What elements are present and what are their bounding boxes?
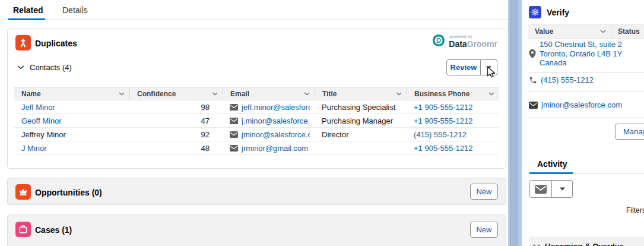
filters-link[interactable]: Filters — [626, 206, 644, 215]
cases-title: Cases (1) — [35, 225, 72, 235]
envelope-icon — [230, 104, 238, 111]
column-header-confidence[interactable]: Confidence — [129, 88, 223, 100]
new-case-button[interactable]: New — [470, 222, 498, 238]
table-row: Geoff Minor 47 j.minor@salesforce.com Pu… — [14, 114, 499, 128]
column-header-value[interactable]: Value — [528, 24, 611, 38]
contact-email-link[interactable]: jminor@salesforce.com — [242, 130, 310, 139]
contact-phone-link[interactable]: +1 905-555-1212 — [414, 144, 472, 153]
confidence-value: 98 — [129, 100, 223, 113]
column-header-name[interactable]: Name — [14, 88, 129, 100]
map-pin-icon — [529, 49, 536, 61]
confidence-value: 92 — [129, 128, 223, 141]
contact-name-text: Jeffrey Minor — [21, 130, 66, 139]
verify-phone-link[interactable]: (415) 555-1212 — [541, 75, 594, 84]
active-tab-underline — [529, 172, 573, 174]
svg-text:D: D — [436, 37, 441, 44]
column-divider — [510, 0, 518, 246]
caret-down-icon — [486, 66, 491, 70]
duplicates-title: Duplicates — [35, 39, 77, 48]
cases-card: Cases (1) New — [7, 215, 506, 246]
contact-title: Purchasing Manager — [315, 114, 407, 127]
duplicates-icon — [15, 35, 31, 51]
contact-email-link[interactable]: jeff.minor@salesforce.c... — [242, 103, 310, 112]
contact-title — [315, 141, 407, 154]
contact-phone-link[interactable]: +1 905-555-1212 — [414, 116, 472, 125]
verify-email-link[interactable]: jminor@salesforce.com — [541, 100, 622, 109]
contact-title: Purchasing Specialist — [315, 100, 407, 113]
envelope-icon — [529, 102, 538, 109]
phone-row: (415) 555-1212 — [529, 75, 594, 84]
contact-title: Director — [315, 128, 407, 141]
table-row: Jeff Minor 98 jeff.minor@salesforce.c...… — [14, 100, 499, 114]
contacts-section-label: Contacts (4) — [30, 63, 72, 72]
email-action-group — [529, 180, 573, 198]
email-action-dropdown[interactable] — [552, 180, 573, 198]
opportunities-icon — [15, 184, 31, 200]
review-button-group: Review — [446, 59, 497, 75]
address-line[interactable]: Toronto, Ontario L4B 1Y — [540, 49, 644, 59]
chevron-down-icon — [488, 92, 494, 96]
upcoming-overdue-toggle[interactable]: Upcoming & Overdue — [529, 236, 644, 246]
contact-name-link[interactable]: J Minor — [21, 144, 47, 153]
chevron-down-icon — [304, 92, 310, 96]
contact-phone-link[interactable]: (415) 555-1212 — [414, 130, 467, 139]
table-header-row: Name Confidence Email Title Business Pho… — [14, 87, 499, 100]
chevron-down-icon — [600, 30, 606, 33]
chevron-down-icon — [212, 92, 218, 96]
divider — [528, 72, 644, 72]
confidence-value: 48 — [129, 141, 223, 154]
table-row: J Minor 48 jrminor@gmail.com +1 905-555-… — [14, 141, 499, 155]
active-tab-underline — [8, 18, 45, 20]
table-row: Jeffrey Minor 92 jminor@salesforce.com D… — [14, 128, 499, 141]
contact-email-link[interactable]: j.minor@salesforce.com — [242, 116, 310, 125]
manage-button[interactable]: Manage — [615, 124, 644, 140]
column-header-business-phone[interactable]: Business Phone — [407, 88, 499, 100]
column-header-email[interactable]: Email — [223, 88, 315, 100]
duplicates-table: Name Confidence Email Title Business Pho… — [14, 87, 499, 155]
record-tabs: Related Details — [0, 0, 508, 20]
duplicates-card: Duplicates D powered by DataGroomr Conta… — [7, 28, 506, 169]
column-header-status[interactable]: Status — [611, 24, 644, 38]
powered-by-label: powered by — [449, 34, 497, 39]
envelope-icon — [230, 131, 238, 138]
chevron-down-icon — [533, 244, 540, 246]
tab-related[interactable]: Related — [13, 5, 43, 15]
column-gap — [508, 0, 522, 246]
contacts-section-toggle[interactable]: Contacts (4) — [17, 63, 72, 72]
record-page: Related Details Duplicates D powered by … — [0, 0, 644, 246]
envelope-icon — [230, 145, 238, 152]
divider — [528, 118, 644, 118]
brand-name-dark: Data — [449, 39, 467, 49]
contact-email-link[interactable]: jrminor@gmail.com — [242, 144, 308, 153]
column-header-title[interactable]: Title — [315, 88, 407, 100]
cases-icon — [15, 222, 31, 237]
address-line[interactable]: 150 Chestnut St, suite 2 — [540, 40, 644, 49]
tab-activity[interactable]: Activity — [537, 159, 567, 169]
verify-table-header: Value Status — [528, 24, 644, 39]
activity-card: Activity Filters Upcoming & Overdue — [522, 150, 644, 246]
caret-down-icon — [560, 187, 565, 191]
contact-name-link[interactable]: Jeff Minor — [21, 103, 55, 112]
address-line[interactable]: Canada — [540, 58, 644, 68]
opportunities-title: Opportunities (0) — [35, 188, 102, 197]
contact-name-link[interactable]: Geoff Minor — [21, 116, 62, 125]
phone-icon — [529, 76, 537, 84]
chevron-down-icon — [119, 92, 125, 96]
review-dropdown-button[interactable] — [481, 59, 497, 75]
upcoming-overdue-label: Upcoming & Overdue — [545, 242, 624, 246]
verify-card: Verify Value Status 150 Chestnut St, sui… — [522, 1, 644, 146]
confidence-value: 47 — [129, 114, 223, 127]
review-button[interactable]: Review — [446, 59, 481, 75]
brand-name-light: Groomr — [467, 39, 497, 49]
contact-phone-link[interactable]: +1 905-555-1212 — [414, 103, 472, 112]
opportunities-card: Opportunities (0) New — [7, 178, 506, 205]
chevron-down-icon — [17, 65, 24, 70]
new-opportunity-button[interactable]: New — [470, 184, 498, 200]
verify-gear-icon — [529, 6, 541, 18]
envelope-icon — [230, 118, 238, 124]
email-action-button[interactable] — [529, 180, 552, 198]
envelope-icon — [535, 185, 547, 194]
datagroomr-icon: D — [432, 34, 445, 49]
divider — [528, 92, 644, 92]
tab-details[interactable]: Details — [62, 5, 88, 15]
